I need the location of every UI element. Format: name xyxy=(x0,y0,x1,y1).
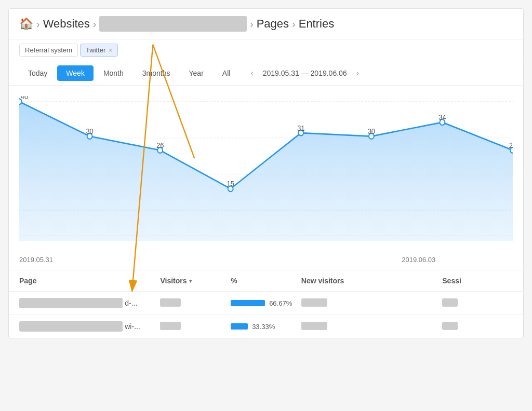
filter-referral-system[interactable]: Referral system xyxy=(19,44,78,57)
breadcrumb: 🏠 › Websites › ██████████.com › Pages › … xyxy=(9,9,523,39)
table-section: Page Visitors ▾ % New visitors Sessi ███… xyxy=(9,270,523,338)
chart-label-5: 30 xyxy=(368,128,375,136)
col-pct: % xyxy=(231,277,301,285)
chart-date-mid: 2019.06.03 xyxy=(402,256,435,264)
breadcrumb-entries[interactable]: Entries xyxy=(299,17,334,31)
period-all[interactable]: All xyxy=(214,65,240,81)
chart-area: 40 30 26 15 31 30 34 26 xyxy=(9,86,523,252)
col-sessions: Sessi xyxy=(442,277,513,285)
period-week[interactable]: Week xyxy=(57,65,94,81)
period-year[interactable]: Year xyxy=(180,65,212,81)
filter-twitter[interactable]: Twitter × xyxy=(80,44,118,57)
filter-row: Referral system Twitter × xyxy=(9,39,523,61)
home-icon[interactable]: 🏠 xyxy=(19,17,33,31)
period-prev[interactable]: ‹ xyxy=(246,66,257,80)
col-page: Page xyxy=(19,277,160,285)
row2-page: ████████ wi-... xyxy=(19,321,160,332)
row2-sessions xyxy=(442,322,513,332)
chart-label-1: 30 xyxy=(86,128,93,136)
breadcrumb-pages[interactable]: Pages xyxy=(257,17,289,31)
row2-pct-bar xyxy=(231,323,248,330)
chart-label-0: 40 xyxy=(21,96,28,101)
row1-visitors xyxy=(160,298,231,308)
table-header: Page Visitors ▾ % New visitors Sessi xyxy=(9,270,523,292)
row1-sessions xyxy=(442,298,513,308)
table-row: ████████ wi-... 33.33% xyxy=(9,315,523,338)
col-new-visitors: New visitors xyxy=(301,277,442,285)
table-row: ████████ d-... 66.67% xyxy=(9,292,523,315)
breadcrumb-domain: ██████████.com xyxy=(99,16,247,32)
chart-label-2: 26 xyxy=(156,142,164,150)
row1-new-visitors xyxy=(301,298,442,308)
period-next[interactable]: › xyxy=(352,66,363,80)
sort-icon: ▾ xyxy=(189,278,192,284)
period-range-label: 2019.05.31 — 2019.06.06 xyxy=(260,69,350,77)
row1-page: ████████ d-... xyxy=(19,298,160,308)
chart-label-4: 31 xyxy=(297,124,304,132)
line-chart: 40 30 26 15 31 30 34 26 xyxy=(19,96,513,241)
row1-pct-text: 66.67% xyxy=(269,299,292,307)
row1-pct: 66.67% xyxy=(231,299,301,307)
period-month[interactable]: Month xyxy=(95,65,132,81)
row2-pct: 33.33% xyxy=(231,323,301,331)
chart-date-labels: 2019.05.31 2019.06.03 xyxy=(9,252,523,270)
col-visitors: Visitors ▾ xyxy=(160,277,231,285)
chart-label-6: 34 xyxy=(438,114,446,122)
breadcrumb-websites[interactable]: Websites xyxy=(43,17,90,31)
chart-label-7: 26 xyxy=(509,142,513,150)
filter-referral-label: Referral system xyxy=(25,46,72,54)
row2-new-visitors xyxy=(301,322,442,332)
row1-pct-bar xyxy=(231,300,265,306)
period-today[interactable]: Today xyxy=(19,65,56,81)
row2-visitors xyxy=(160,322,231,332)
row2-pct-text: 33.33% xyxy=(252,323,275,331)
filter-twitter-close[interactable]: × xyxy=(109,47,112,54)
period-row: Today Week Month 3months Year All ‹ 2019… xyxy=(9,61,523,86)
period-3months[interactable]: 3months xyxy=(134,65,179,81)
chart-date-start: 2019.05.31 xyxy=(19,256,53,264)
chart-label-3: 15 xyxy=(227,180,234,188)
period-navigator: ‹ 2019.05.31 — 2019.06.06 › xyxy=(246,66,363,80)
filter-twitter-label: Twitter xyxy=(86,46,105,54)
